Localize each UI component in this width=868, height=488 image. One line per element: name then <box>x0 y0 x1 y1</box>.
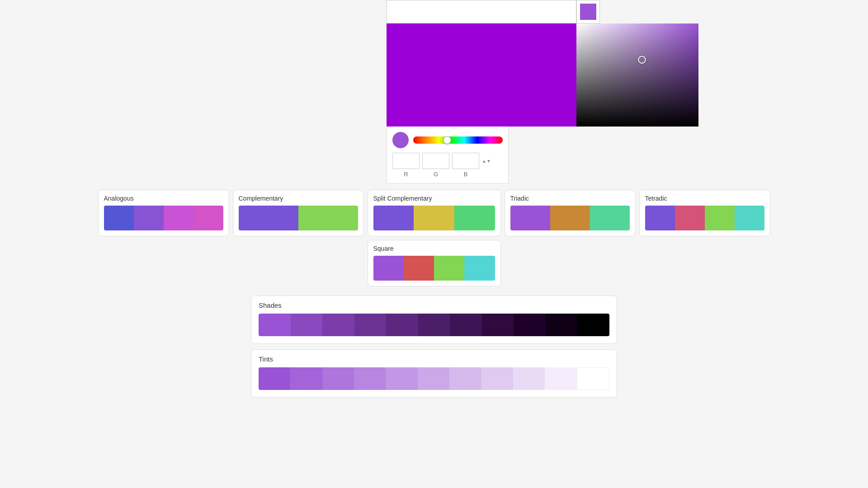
complementary-color-1 <box>239 206 298 230</box>
color-swatch <box>580 4 596 20</box>
color-picker-section: #9a53d5 <box>387 0 703 183</box>
tetradic-colors <box>645 206 764 230</box>
analogous-card[interactable]: Analogous <box>98 190 229 236</box>
square-color-4 <box>464 256 495 281</box>
shades-title: Shades <box>259 301 609 309</box>
complementary-card[interactable]: Complementary <box>233 190 364 236</box>
square-color-1 <box>373 256 404 281</box>
shades-tints-section: Shades Tints <box>0 293 868 400</box>
color-swatch-box[interactable] <box>576 0 600 23</box>
square-color-2 <box>404 256 434 281</box>
picker-controls: 154 83 213 ▲▼ R G B <box>387 127 509 183</box>
shade-4 <box>354 314 387 336</box>
b-label: B <box>452 171 479 178</box>
tint-7 <box>449 367 481 390</box>
square-card[interactable]: Square <box>368 240 501 286</box>
hue-thumb <box>443 136 451 144</box>
shades-strip <box>259 314 609 336</box>
shade-11 <box>577 314 609 336</box>
rgb-inputs-row: 154 83 213 ▲▼ <box>392 153 503 169</box>
triadic-color-3 <box>590 206 630 230</box>
analogous-color-1 <box>104 206 134 230</box>
tetradic-title: Tetradic <box>645 195 764 202</box>
rgb-arrows[interactable]: ▲▼ <box>482 159 491 164</box>
sc-color-2 <box>414 206 454 230</box>
tint-9 <box>513 367 545 390</box>
g-input[interactable]: 83 <box>422 153 449 169</box>
square-title: Square <box>373 245 495 252</box>
shade-10 <box>546 314 578 336</box>
analogous-color-2 <box>134 206 164 230</box>
main-container: #9a53d5 <box>0 0 868 400</box>
square-row: Square <box>0 238 868 288</box>
complementary-colors <box>239 206 358 230</box>
picker-area <box>387 23 703 127</box>
shade-1 <box>259 314 291 336</box>
tints-title: Tints <box>259 355 609 363</box>
square-colors <box>373 256 495 281</box>
triadic-color-1 <box>510 206 550 230</box>
shade-7 <box>450 314 482 336</box>
shade-3 <box>322 314 354 336</box>
triadic-card[interactable]: Triadic <box>505 190 636 236</box>
complementary-color-2 <box>298 206 358 230</box>
tint-5 <box>386 367 417 390</box>
tint-3 <box>322 367 354 390</box>
b-input[interactable]: 213 <box>452 153 479 169</box>
g-label: G <box>422 171 449 178</box>
hue-slider[interactable] <box>413 136 503 144</box>
gradient-panel[interactable] <box>576 23 698 127</box>
analogous-color-3 <box>164 206 193 230</box>
shade-9 <box>514 314 546 336</box>
triadic-colors <box>510 206 630 230</box>
shade-2 <box>291 314 323 336</box>
picker-color-row <box>392 132 503 148</box>
triadic-title: Triadic <box>510 195 630 202</box>
analogous-title: Analogous <box>104 195 223 202</box>
sc-color-1 <box>373 206 414 230</box>
color-input-row: #9a53d5 <box>387 0 703 23</box>
tint-6 <box>418 367 449 390</box>
picker-cursor <box>638 56 646 64</box>
tint-1 <box>259 367 290 390</box>
triadic-color-2 <box>550 206 590 230</box>
tints-strip <box>259 367 609 390</box>
tints-card[interactable]: Tints <box>251 349 617 398</box>
shade-8 <box>482 314 514 336</box>
shade-5 <box>386 314 418 336</box>
sc-color-3 <box>454 206 495 230</box>
analogous-colors <box>104 206 223 230</box>
tetradic-color-3 <box>705 206 735 230</box>
harmony-row-1: Analogous Complementary Split Compleme <box>0 188 868 238</box>
shade-6 <box>418 314 450 336</box>
harmony-section: Analogous Complementary Split Compleme <box>0 188 868 288</box>
tetradic-color-4 <box>735 206 764 230</box>
tetradic-card[interactable]: Tetradic <box>639 190 770 236</box>
shades-card[interactable]: Shades <box>251 296 617 344</box>
split-complementary-card[interactable]: Split Complementary <box>368 190 501 236</box>
tint-8 <box>481 367 513 390</box>
r-label: R <box>392 171 420 178</box>
analogous-color-4 <box>193 206 223 230</box>
tint-4 <box>354 367 386 390</box>
rgb-labels-row: R G B <box>392 171 503 178</box>
tetradic-color-2 <box>675 206 705 230</box>
picker-color-circle <box>392 132 409 148</box>
tint-2 <box>290 367 322 390</box>
split-complementary-colors <box>373 206 495 230</box>
color-preview <box>387 23 576 127</box>
tetradic-color-1 <box>645 206 675 230</box>
tint-10 <box>545 367 576 390</box>
hex-input[interactable]: #9a53d5 <box>387 0 576 23</box>
r-input[interactable]: 154 <box>392 153 420 169</box>
square-color-3 <box>434 256 464 281</box>
split-complementary-title: Split Complementary <box>373 195 495 202</box>
tint-11 <box>577 367 609 390</box>
complementary-title: Complementary <box>239 195 358 202</box>
